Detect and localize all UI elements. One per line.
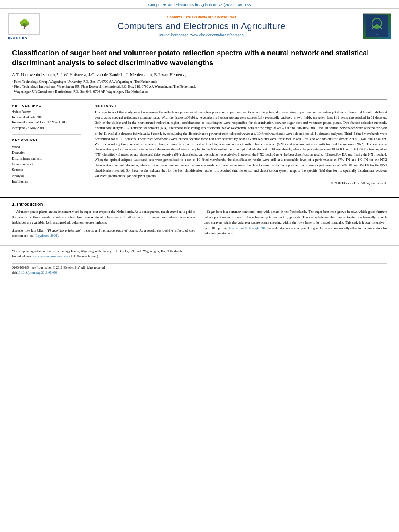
intro-title: Introduction xyxy=(17,202,43,207)
journal-name: Computers and Electronics in Agriculture xyxy=(44,21,359,31)
intro-right-text: Sugar beet is a common rotational crop w… xyxy=(204,209,387,236)
article-history: Article history: Received 24 July 2009 R… xyxy=(12,110,81,135)
email-note: (A.T. Nieuwenhuizen). xyxy=(69,255,99,258)
intro-left-text: Volunteer potato plants are an important… xyxy=(12,209,195,239)
elsevier-logo: 🌳 ELSEVIER xyxy=(8,13,44,39)
footnotes: * Corresponding author at: Farm Technolo… xyxy=(0,245,399,277)
history-label: Article history: xyxy=(12,110,81,113)
keywords-label: Keywords: xyxy=(12,138,81,142)
homepage-label: journal homepage: xyxy=(159,33,189,37)
doi-line: doi:10.1016/j.compag.2010.05.008 xyxy=(12,271,387,275)
two-col-layout: ARTICLE INFO Article history: Received 2… xyxy=(12,99,387,185)
keywords-section: Keywords: Weed Detection Discriminant an… xyxy=(12,138,81,185)
journal-header: 🌳 ELSEVIER Contents lists available at S… xyxy=(0,9,399,43)
page: Computers and Electronics in Agriculture… xyxy=(0,0,399,532)
affiliation-c: c Wageningen UR Greenhouse Horticulture,… xyxy=(12,89,387,94)
abstract-col: ABSTRACT The objectives of this study we… xyxy=(95,104,387,185)
intro-section: 1. Introduction Volunteer potato plants … xyxy=(0,198,399,245)
intro-para-1: Volunteer potato plants are an important… xyxy=(12,209,195,226)
keyword-detection: Detection xyxy=(12,150,81,155)
accepted-date: Accepted 25 May 2010 xyxy=(12,125,81,131)
email-line: E-mail address: ard.nieuwenhuizen@wur.nl… xyxy=(12,254,387,259)
affiliations: a Farm Technology Group, Wageningen Univ… xyxy=(12,79,387,94)
doi-label: doi: xyxy=(12,271,17,275)
email-label: E-mail address: xyxy=(12,255,32,258)
journal-title-area: Contents lists available at ScienceDirec… xyxy=(44,15,359,37)
svg-point-2 xyxy=(375,24,379,28)
journal-logo-right: CEA xyxy=(359,13,391,39)
intro-right: Sugar beet is a common rotational crop w… xyxy=(204,209,387,241)
intro-heading: 1. Introduction xyxy=(12,202,387,207)
intro-para-2: diseases like late blight (Phytophthora … xyxy=(12,228,195,239)
article-info-label: ARTICLE INFO xyxy=(12,104,81,107)
contents-label: Contents lists available at xyxy=(167,15,212,19)
keyword-da: Discriminant analysis xyxy=(12,156,81,161)
article-content: Classification of sugar beet and volunte… xyxy=(0,43,399,193)
svg-text:CEA: CEA xyxy=(374,33,379,36)
article-title: Classification of sugar beet and volunte… xyxy=(12,48,387,68)
affil-text-a: Farm Technology Group, Wageningen Univer… xyxy=(14,79,157,84)
sciencedirect-brand[interactable]: ScienceDirect xyxy=(212,15,237,19)
boydston-ref[interactable]: Boydston, 2001 xyxy=(35,234,57,238)
keyword-weed: Weed xyxy=(12,144,81,150)
corresponding-note: * Corresponding author at: Farm Technolo… xyxy=(12,249,387,254)
homepage-url[interactable]: www.elsevier.com/locate/compag xyxy=(190,33,244,37)
sciencedirect-line: Contents lists available at ScienceDirec… xyxy=(44,15,359,19)
intro-para-right: Sugar beet is a common rotational crop w… xyxy=(204,209,387,236)
received-revised-date: Received in revised form 27 March 2010 xyxy=(12,120,81,125)
elsevier-tree-icon: 🌳 xyxy=(19,20,30,29)
affiliation-b: b Field Technology Innovations, Wagening… xyxy=(12,84,387,89)
elsevier-logo-box: 🌳 xyxy=(8,13,40,35)
affil-super-c: c xyxy=(12,89,13,94)
journal-homepage: journal homepage: www.elsevier.com/locat… xyxy=(44,33,359,37)
authors: A.T. Nieuwenhuizen a,b,*, J.W. Hofstee a… xyxy=(12,72,387,77)
affil-text-b: Field Technology Innovations, Wageningen… xyxy=(14,84,196,89)
doi-link[interactable]: 10.1016/j.compag.2010.05.008 xyxy=(17,271,57,275)
keyword-intelligence: Intelligence xyxy=(12,179,81,184)
journal-citation-link[interactable]: Computers and Electronics in Agriculture… xyxy=(148,2,251,7)
journal-logo-box: CEA xyxy=(363,13,391,39)
affiliation-a: a Farm Technology Group, Wageningen Univ… xyxy=(12,79,387,84)
paauw-ref[interactable]: Paauw and Molendijk, 2000 xyxy=(229,226,267,230)
affil-super-a: a xyxy=(12,79,13,84)
affil-text-c: Wageningen UR Greenhouse Horticulture, P… xyxy=(14,89,148,94)
issn-line: 0168-1699/$ – see front matter © 2010 El… xyxy=(12,265,387,271)
article-info-col: ARTICLE INFO Article history: Received 2… xyxy=(12,104,86,185)
keyword-sensors: Sensors xyxy=(12,167,81,173)
abstract-text: The objectives of this study were to det… xyxy=(95,110,387,179)
keyword-nn: Neural network xyxy=(12,161,81,167)
received-date: Received 24 July 2009 xyxy=(12,115,81,120)
journal-logo-icon: CEA xyxy=(366,15,388,37)
intro-two-col: Volunteer potato plants are an important… xyxy=(12,209,387,241)
affil-super-b: b xyxy=(12,84,14,88)
copyright-line: © 2010 Elsevier B.V. All rights reserved… xyxy=(95,181,387,185)
intro-left: Volunteer potato plants are an important… xyxy=(12,209,195,241)
elsevier-brand-text: ELSEVIER xyxy=(8,36,44,39)
intro-number: 1. xyxy=(12,202,16,207)
email-link[interactable]: ard.nieuwenhuizen@wur.nl xyxy=(33,255,68,258)
keyword-analysis: Analysis xyxy=(12,173,81,179)
abstract-label: ABSTRACT xyxy=(95,104,387,107)
top-bar: Computers and Electronics in Agriculture… xyxy=(0,0,399,9)
